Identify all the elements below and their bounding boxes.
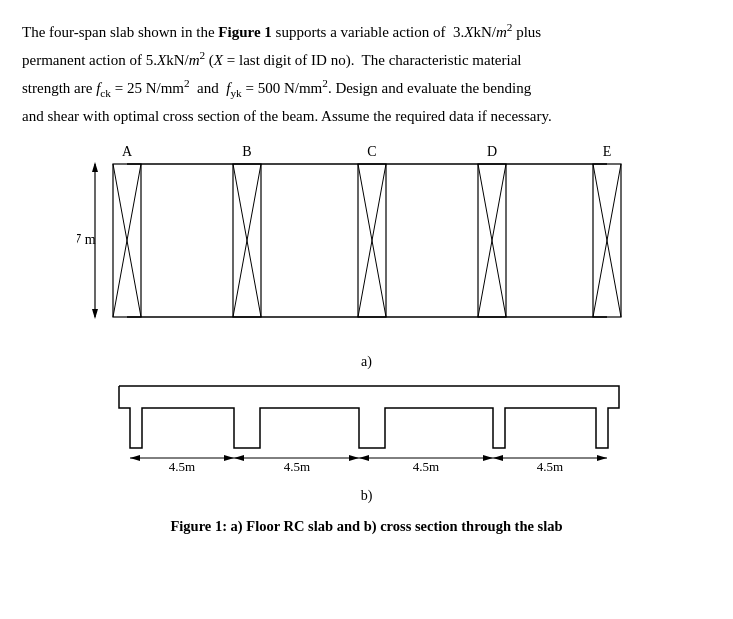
problem-text: The four-span slab shown in the Figure 1…: [22, 18, 711, 128]
svg-marker-27: [130, 455, 140, 461]
svg-text:B: B: [242, 144, 251, 159]
svg-marker-31: [234, 455, 244, 461]
diagram-b: 4.5m 4.5m 4.5m 4.5m: [77, 376, 657, 486]
svg-marker-35: [359, 455, 369, 461]
svg-text:C: C: [367, 144, 376, 159]
svg-marker-28: [224, 455, 234, 461]
svg-marker-32: [349, 455, 359, 461]
svg-marker-36: [483, 455, 493, 461]
svg-text:A: A: [121, 144, 132, 159]
svg-text:4.5m: 4.5m: [168, 459, 194, 474]
svg-text:4.5m: 4.5m: [412, 459, 438, 474]
figure-caption: Figure 1: a) Floor RC slab and b) cross …: [170, 518, 562, 535]
svg-text:E: E: [602, 144, 611, 159]
svg-marker-24: [92, 309, 98, 319]
svg-marker-39: [493, 455, 503, 461]
label-b: b): [361, 488, 373, 504]
svg-marker-23: [92, 162, 98, 172]
svg-marker-40: [597, 455, 607, 461]
diagram-a: A B C D E 7 m: [77, 142, 657, 352]
svg-text:D: D: [486, 144, 496, 159]
svg-text:7 m: 7 m: [77, 232, 96, 247]
label-a: a): [361, 354, 372, 370]
svg-text:4.5m: 4.5m: [283, 459, 309, 474]
figure-area: A B C D E 7 m a): [22, 142, 711, 535]
svg-text:4.5m: 4.5m: [536, 459, 562, 474]
